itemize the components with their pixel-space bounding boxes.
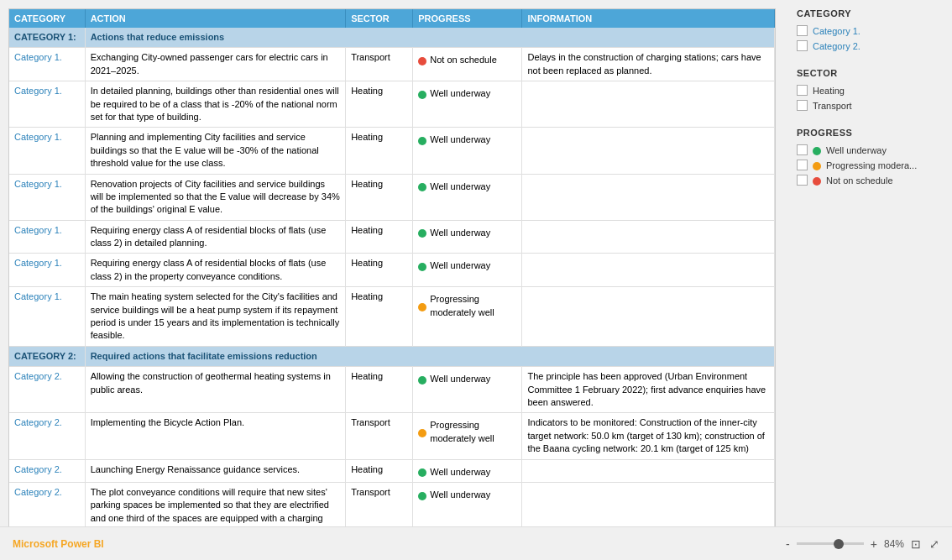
row-progress: Well underway: [413, 482, 522, 526]
row-category: Category 2.: [9, 413, 85, 459]
progress-dot: [418, 468, 426, 477]
table-wrapper: CATEGORY ACTION SECTOR PROGRESS INFORMAT…: [8, 8, 776, 526]
progress-label: Well underway: [430, 489, 490, 501]
sidebar-category-section: CATEGORY Category 1. Category 2.: [797, 8, 939, 51]
progress-dot: [418, 303, 426, 311]
sidebar-sector-heating-checkbox[interactable]: [797, 85, 808, 96]
row-action: Implementing the Bicycle Action Plan.: [85, 413, 346, 459]
row-sector: Heating: [346, 220, 413, 254]
progress-dot: [418, 229, 426, 238]
row-sector: Heating: [346, 128, 413, 174]
row-action: The plot conveyance conditions will requ…: [85, 482, 346, 526]
row-info: The principle has been approved (Urban E…: [522, 367, 775, 413]
table-row: Category 1. The main heating system sele…: [9, 287, 775, 347]
sidebar: CATEGORY Category 1. Category 2. SECTOR …: [784, 0, 952, 526]
sidebar-sector-transport-label: Transport: [813, 101, 852, 111]
sidebar-progress-moderate-item[interactable]: Progressing modera...: [797, 160, 939, 170]
row-action: Planning and implementing City facilitie…: [85, 128, 346, 174]
row-info: [522, 482, 775, 526]
progress-label: Well underway: [430, 133, 490, 146]
sidebar-sector-heating-item[interactable]: Heating: [797, 85, 939, 96]
row-category: Category 1.: [9, 287, 85, 347]
col-information: INFORMATION: [522, 9, 775, 28]
sidebar-category-2-item[interactable]: Category 2.: [797, 40, 939, 51]
row-info: [522, 459, 775, 482]
progress-label: Well underway: [430, 373, 490, 385]
row-info: [522, 220, 775, 254]
zoom-minus-button[interactable]: -: [786, 537, 790, 551]
progress-label: Progressing moderately well: [430, 419, 516, 445]
progress-dot: [418, 492, 426, 500]
row-category: Category 1.: [9, 254, 85, 287]
row-category: Category 1.: [9, 81, 85, 128]
sidebar-category-2-label: Category 2.: [813, 41, 860, 51]
sidebar-category-2-checkbox[interactable]: [797, 40, 808, 51]
sidebar-category-1-label: Category 1.: [813, 26, 860, 36]
row-progress: Well underway: [413, 128, 522, 174]
sidebar-sector-transport-checkbox[interactable]: [797, 100, 808, 111]
progress-dot: [418, 376, 426, 385]
cat-header-action: Required actions that facilitate emissio…: [85, 346, 774, 366]
row-info: [522, 81, 775, 128]
row-category: Category 2.: [9, 459, 85, 482]
zoom-slider-thumb[interactable]: [834, 539, 844, 549]
zoom-plus-button[interactable]: +: [871, 537, 877, 551]
sidebar-progress-moderate-label: Progressing modera...: [826, 160, 917, 170]
row-progress: Progressing moderately well: [413, 287, 522, 347]
row-category: Category 2.: [9, 367, 85, 413]
col-action: ACTION: [85, 9, 346, 28]
row-sector: Heating: [346, 287, 413, 347]
table-row: Category 1. In detailed planning, buildi…: [9, 81, 775, 128]
row-category: Category 2.: [9, 482, 85, 526]
sidebar-category-1-checkbox[interactable]: [797, 25, 808, 36]
progress-label: Well underway: [430, 227, 490, 239]
sidebar-sector-heating-label: Heating: [813, 86, 845, 96]
sidebar-progress-not-item[interactable]: Not on schedule: [797, 175, 939, 186]
table-row: Category 2. Implementing the Bicycle Act…: [9, 413, 775, 459]
row-sector: Transport: [346, 413, 413, 459]
table-row: Category 1. Requiring energy class A of …: [9, 220, 775, 254]
cat-header-cat: CATEGORY 2:: [9, 346, 85, 366]
sidebar-progress-well-label: Well underway: [826, 145, 887, 155]
row-sector: Heating: [346, 254, 413, 287]
row-action: The main heating system selected for the…: [85, 287, 346, 347]
progress-label: Progressing moderately well: [430, 293, 516, 319]
sidebar-progress-title: PROGRESS: [797, 128, 939, 138]
row-info: [522, 254, 775, 287]
progress-dot: [418, 91, 426, 99]
table-row: Category 1. Requiring energy class A of …: [9, 254, 775, 287]
table-row: Category 2. Allowing the construction of…: [9, 367, 775, 413]
not-on-schedule-dot: [813, 177, 821, 186]
sidebar-category-1-item[interactable]: Category 1.: [797, 25, 939, 36]
table-row: Category 1. Renovation projects of City …: [9, 174, 775, 220]
table-row: Category 2. Launching Energy Renaissance…: [9, 459, 775, 482]
sidebar-progress-not-checkbox[interactable]: [797, 175, 808, 186]
fullscreen-icon[interactable]: ⤢: [929, 537, 939, 551]
zoom-slider-track[interactable]: [797, 542, 864, 545]
sidebar-progress-well-item[interactable]: Well underway: [797, 144, 939, 155]
progress-dot: [418, 429, 426, 437]
sidebar-category-title: CATEGORY: [797, 8, 939, 18]
sidebar-sector-transport-item[interactable]: Transport: [797, 100, 939, 111]
row-progress: Well underway: [413, 174, 522, 220]
sidebar-progress-well-checkbox[interactable]: [797, 144, 808, 155]
row-action: In detailed planning, buildings other th…: [85, 81, 346, 128]
row-sector: Heating: [346, 81, 413, 128]
sidebar-progress-moderate-checkbox[interactable]: [797, 160, 808, 170]
fit-page-icon[interactable]: ⊡: [911, 537, 921, 551]
row-progress: Progressing moderately well: [413, 413, 522, 459]
row-action: Requiring energy class A of residential …: [85, 220, 346, 254]
row-action: Launching Energy Renaissance guidance se…: [85, 459, 346, 482]
col-progress: PROGRESS: [413, 9, 522, 28]
row-category: Category 1.: [9, 174, 85, 220]
cat-header-cat: CATEGORY 1:: [9, 28, 85, 48]
powerbi-link[interactable]: Microsoft Power BI: [13, 538, 104, 550]
content-area: CATEGORY ACTION SECTOR PROGRESS INFORMAT…: [0, 0, 952, 526]
sidebar-sector-section: SECTOR Heating Transport: [797, 68, 939, 111]
table-row: Category 1. Planning and implementing Ci…: [9, 128, 775, 174]
well-underway-dot: [813, 147, 821, 155]
row-action: Renovation projects of City facilities a…: [85, 174, 346, 220]
progress-dot: [418, 263, 426, 271]
table-row: Category 2. The plot conveyance conditio…: [9, 482, 775, 526]
progress-dot: [418, 137, 426, 145]
